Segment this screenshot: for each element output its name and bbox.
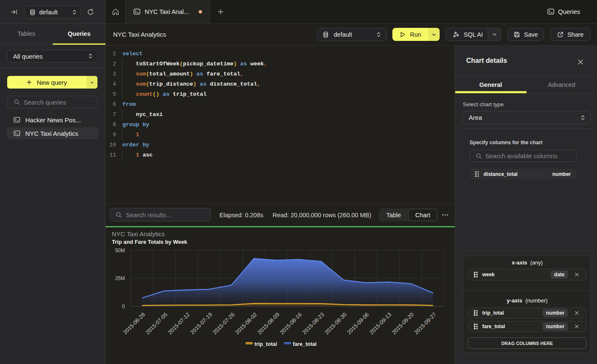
svg-text:0: 0 xyxy=(122,304,125,310)
svg-text:2015-09-13: 2015-09-13 xyxy=(368,311,393,336)
svg-text:2015-09-27: 2015-09-27 xyxy=(413,311,438,336)
svg-text:2015-07-12: 2015-07-12 xyxy=(167,311,191,336)
svg-text:2015-07-26: 2015-07-26 xyxy=(211,311,236,336)
svg-text:2015-09-06: 2015-09-06 xyxy=(346,311,370,336)
svg-text:trip_total: trip_total xyxy=(254,341,277,347)
svg-text:2015-07-19: 2015-07-19 xyxy=(189,311,213,336)
svg-text:2015-08-02: 2015-08-02 xyxy=(234,311,258,336)
svg-text:2015-08-09: 2015-08-09 xyxy=(256,311,281,336)
svg-text:2015-08-16: 2015-08-16 xyxy=(278,311,303,336)
svg-text:2015-08-30: 2015-08-30 xyxy=(324,311,348,336)
svg-text:Trip and Fare Totals by Week: Trip and Fare Totals by Week xyxy=(112,239,187,245)
svg-text:NYC Taxi Analytics: NYC Taxi Analytics xyxy=(112,230,165,237)
svg-text:50M: 50M xyxy=(115,248,125,253)
svg-text:2015-09-20: 2015-09-20 xyxy=(391,311,415,336)
svg-text:2015-07-05: 2015-07-05 xyxy=(144,311,169,336)
svg-text:25M: 25M xyxy=(115,275,125,281)
svg-text:2015-08-23: 2015-08-23 xyxy=(301,311,326,336)
svg-text:fare_total: fare_total xyxy=(293,341,316,347)
svg-text:2015-06-28: 2015-06-28 xyxy=(122,311,146,336)
